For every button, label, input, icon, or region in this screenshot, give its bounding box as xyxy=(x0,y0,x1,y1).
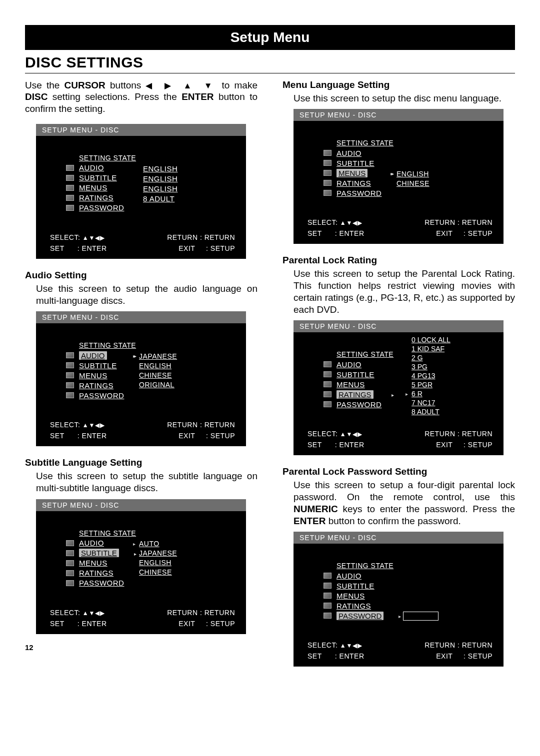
screenshot-audio: SETUP MENU - DISCSETTING STATEAUDIOSUBTI… xyxy=(36,311,246,446)
heading-menus: Menu Language Setting xyxy=(282,79,515,90)
menu-item-ratings: RATINGS xyxy=(294,389,394,399)
menu-value: ENGLISH xyxy=(136,184,246,194)
menu-icon xyxy=(66,560,74,566)
option-item: 6 R xyxy=(412,389,450,398)
setting-state-heading: SETTING STATE xyxy=(336,562,394,570)
menu-item-subtitle: SUBTITLE xyxy=(294,158,394,168)
menu-icon xyxy=(66,570,74,576)
footer-row-select: SELECT: ▲▼◀▶RETURN : RETURN xyxy=(50,419,235,430)
menu-item-subtitle: SUBTITLE xyxy=(294,369,394,379)
desc-audio: Use this screen to setup the audio langu… xyxy=(25,283,258,307)
option-item: JAPANESE xyxy=(139,351,177,361)
menu-item-ratings: RATINGS xyxy=(294,601,394,611)
menu-icon xyxy=(324,593,332,599)
option-item: ENGLISH xyxy=(139,558,177,568)
menu-icon xyxy=(324,180,332,186)
menu-item-menus: MENUS xyxy=(36,558,136,568)
menu-item-subtitle: SUBTITLE xyxy=(36,548,136,558)
footer-row-set: SET : ENTEREXIT : SETUP xyxy=(308,439,492,450)
menu-item-subtitle: SUBTITLE xyxy=(36,360,136,370)
screenshot-menus: SETUP MENU - DISCSETTING STATEAUDIOSUBTI… xyxy=(294,109,504,244)
column-left: Use the CURSOR buttons ◀ ▶ ▲ ▼ to make D… xyxy=(25,79,258,667)
option-item: 8 ADULT xyxy=(412,407,450,416)
menu-icon xyxy=(324,160,332,166)
screenshot-title: SETUP MENU - DISC xyxy=(36,124,246,136)
menu-icon xyxy=(324,573,332,579)
page-number: 12 xyxy=(25,643,258,652)
option-item: CHINESE xyxy=(396,178,430,188)
option-item: 3 PG xyxy=(412,362,450,371)
heading-password: Parental Lock Password Setting xyxy=(282,466,515,477)
footer-row-set: SET : ENTEREXIT : SETUP xyxy=(50,430,235,441)
footer-row-select: SELECT: ▲▼◀▶RETURN : RETURN xyxy=(308,428,492,439)
cursor-arrows: ◀ ▶ ▲ ▼ xyxy=(146,81,217,90)
heading-audio: Audio Setting xyxy=(25,270,258,281)
menu-icon xyxy=(324,603,332,609)
intro-text: Use the CURSOR buttons ◀ ▶ ▲ ▼ to make D… xyxy=(25,79,258,115)
two-column-layout: Use the CURSOR buttons ◀ ▶ ▲ ▼ to make D… xyxy=(25,79,515,667)
menu-icon xyxy=(324,381,332,387)
menu-item-password: PASSWORD xyxy=(36,578,136,588)
divider xyxy=(25,73,515,73)
screenshot-title: SETUP MENU - DISC xyxy=(294,109,504,121)
section-heading: DISC SETTINGS xyxy=(25,54,515,71)
menu-item-subtitle: SUBTITLE xyxy=(294,581,394,591)
menu-icon xyxy=(66,382,74,388)
menu-icon xyxy=(66,362,74,368)
option-item: JAPANESE xyxy=(139,549,177,558)
menu-icon xyxy=(324,371,332,377)
menu-icon xyxy=(324,401,332,407)
option-item: CHINESE xyxy=(139,568,177,577)
menu-value: 8 ADULT xyxy=(136,194,246,204)
option-item: 4 PG13 xyxy=(412,371,450,380)
option-item: 2 G xyxy=(412,353,450,362)
menu-value: ENGLISH xyxy=(136,174,246,184)
desc-subtitle: Use this screen to setup the subtitle la… xyxy=(25,470,258,494)
menu-item-password: PASSWORD xyxy=(294,188,394,198)
menu-item-menus: MENUS xyxy=(294,591,394,601)
menu-icon xyxy=(66,195,74,201)
menu-item-audio: AUDIO xyxy=(294,571,394,581)
menu-item-subtitle: SUBTITLE xyxy=(36,173,136,183)
menu-item-audio: AUDIO xyxy=(36,163,136,173)
menu-icon xyxy=(66,580,74,586)
footer-row-select: SELECT: ▲▼◀▶RETURN : RETURN xyxy=(308,217,492,228)
screenshot-title: SETUP MENU - DISC xyxy=(294,532,504,544)
menu-item-audio: AUDIO xyxy=(294,359,394,369)
screenshot-subtitle: SETUP MENU - DISCSETTING STATEAUDIOSUBTI… xyxy=(36,499,246,634)
menu-icon xyxy=(324,613,332,619)
menu-icon xyxy=(66,185,74,191)
heading-subtitle: Subtitle Language Setting xyxy=(25,457,258,468)
option-item: 5 PGR xyxy=(412,380,450,389)
footer-row-set: SET : ENTEREXIT : SETUP xyxy=(308,228,492,239)
screenshot-ratings: SETUP MENU - DISCSETTING STATEAUDIOSUBTI… xyxy=(294,320,504,455)
footer-row-set: SET : ENTEREXIT : SETUP xyxy=(50,618,235,629)
menu-icon xyxy=(66,372,74,378)
menu-item-password: PASSWORD xyxy=(36,203,136,213)
screenshot-title: SETUP MENU - DISC xyxy=(294,320,504,332)
setting-state-heading: SETTING STATE xyxy=(79,529,136,537)
menu-item-audio: AUDIO xyxy=(36,350,136,360)
desc-ratings: Use this screen to setup the Parental Lo… xyxy=(282,268,515,315)
menu-item-password: PASSWORD xyxy=(294,399,394,409)
option-item: ENGLISH xyxy=(139,361,177,370)
option-item: CHINESE xyxy=(139,370,177,380)
screenshot-main: SETUP MENU - DISCSETTING STATEAUDIOSUBTI… xyxy=(36,124,246,259)
menu-item-ratings: RATINGS xyxy=(36,193,136,203)
menu-icon xyxy=(324,391,332,397)
menu-icon xyxy=(66,175,74,181)
menu-icon xyxy=(324,361,332,367)
menu-item-ratings: RATINGS xyxy=(36,568,136,578)
menu-icon xyxy=(324,150,332,156)
footer-row-set: SET : ENTEREXIT : SETUP xyxy=(308,651,492,662)
option-item: 7 NC17 xyxy=(412,398,450,407)
setting-state-heading: SETTING STATE xyxy=(79,154,136,162)
footer-row-select: SELECT: ▲▼◀▶RETURN : RETURN xyxy=(50,607,235,618)
menu-icon xyxy=(66,205,74,211)
menu-icon xyxy=(324,170,332,176)
menu-item-menus: MENUS xyxy=(294,379,394,389)
menu-item-audio: AUDIO xyxy=(294,148,394,158)
menu-item-ratings: RATINGS xyxy=(294,178,394,188)
menu-icon xyxy=(66,165,74,171)
option-item: AUTO xyxy=(139,539,177,549)
